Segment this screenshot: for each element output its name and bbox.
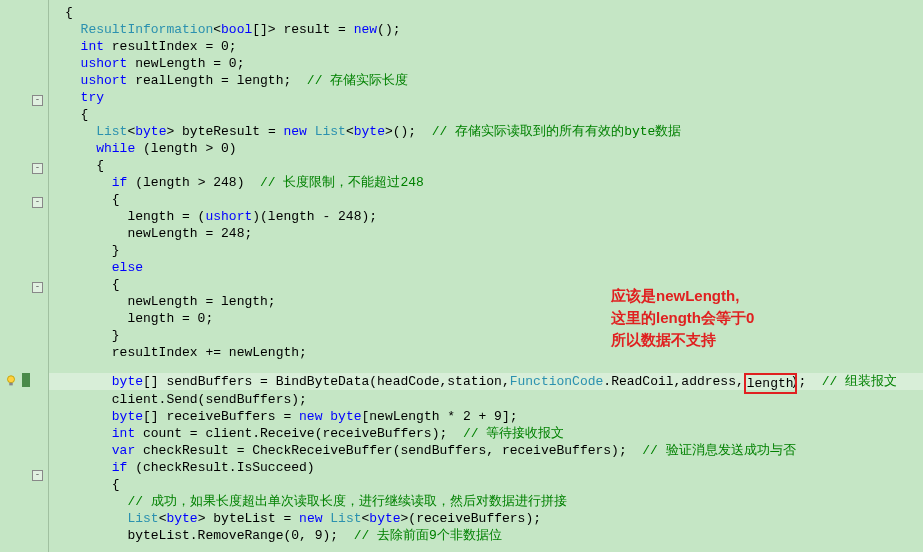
code-line: byteList.RemoveRange(0, 9); // 去除前面9个非数据… bbox=[65, 527, 502, 544]
fold-column: - - - - - bbox=[32, 0, 46, 552]
code-line: } bbox=[65, 242, 120, 259]
code-line: newLength = 248; bbox=[65, 225, 252, 242]
code-line: ResultInformation<bool[]> result = new()… bbox=[65, 21, 401, 38]
annotation-line: 应该是newLength, bbox=[611, 285, 754, 307]
code-line: else bbox=[65, 259, 143, 276]
code-line: length = 0; bbox=[65, 310, 213, 327]
fold-toggle[interactable]: - bbox=[32, 197, 43, 208]
fold-toggle[interactable]: - bbox=[32, 95, 43, 106]
code-line: while (length > 0) bbox=[65, 140, 237, 157]
code-line: { bbox=[65, 4, 73, 21]
lightbulb-icon[interactable] bbox=[4, 374, 18, 388]
code-line: if (checkResult.IsSucceed) bbox=[65, 459, 315, 476]
code-line-highlighted: byte[] sendBuffers = BindByteData(headCo… bbox=[49, 373, 923, 390]
svg-rect-1 bbox=[9, 383, 13, 386]
annotation-line: 所以数据不支持 bbox=[611, 329, 754, 351]
code-line: { bbox=[65, 476, 120, 493]
code-line: length = (ushort)(length - 248); bbox=[65, 208, 377, 225]
code-line: } bbox=[65, 327, 120, 344]
fold-toggle[interactable]: - bbox=[32, 470, 43, 481]
code-line: newLength = length; bbox=[65, 293, 276, 310]
code-line: var checkResult = CheckReceiveBuffer(sen… bbox=[65, 442, 796, 459]
code-line: List<byte> byteResult = new List<byte>()… bbox=[65, 123, 681, 140]
code-line: resultIndex += newLength; bbox=[65, 344, 307, 361]
gutter: - - - - - bbox=[0, 0, 49, 552]
fold-toggle[interactable]: - bbox=[32, 282, 43, 293]
annotation-text: 应该是newLength, 这里的length会等于0 所以数据不支持 bbox=[611, 285, 754, 351]
code-line: byte[] receiveBuffers = new byte[newLeng… bbox=[65, 408, 518, 425]
code-line: { bbox=[65, 106, 88, 123]
error-highlight-box: length bbox=[744, 373, 797, 394]
code-line: { bbox=[65, 157, 104, 174]
code-line: { bbox=[65, 191, 120, 208]
code-line: try bbox=[65, 89, 104, 106]
svg-point-0 bbox=[8, 376, 15, 383]
code-line: // 成功，如果长度超出单次读取长度，进行继续读取，然后对数据进行拼接 bbox=[65, 493, 567, 510]
code-line: List<byte> byteList = new List<byte>(rec… bbox=[65, 510, 541, 527]
code-line: if (length > 248) // 长度限制，不能超过248 bbox=[65, 174, 424, 191]
code-line: ushort newLength = 0; bbox=[65, 55, 244, 72]
change-marker bbox=[22, 373, 30, 387]
code-line: ushort realLength = length; // 存储实际长度 bbox=[65, 72, 408, 89]
code-line: int resultIndex = 0; bbox=[65, 38, 237, 55]
code-area[interactable]: { ResultInformation<bool[]> result = new… bbox=[49, 0, 923, 552]
code-line: int count = client.Receive(receiveBuffer… bbox=[65, 425, 564, 442]
fold-toggle[interactable]: - bbox=[32, 163, 43, 174]
annotation-line: 这里的length会等于0 bbox=[611, 307, 754, 329]
code-line: client.Send(sendBuffers); bbox=[65, 391, 307, 408]
editor-root: - - - - - { ResultInformation<bool[]> re… bbox=[0, 0, 923, 552]
code-line: { bbox=[65, 276, 120, 293]
